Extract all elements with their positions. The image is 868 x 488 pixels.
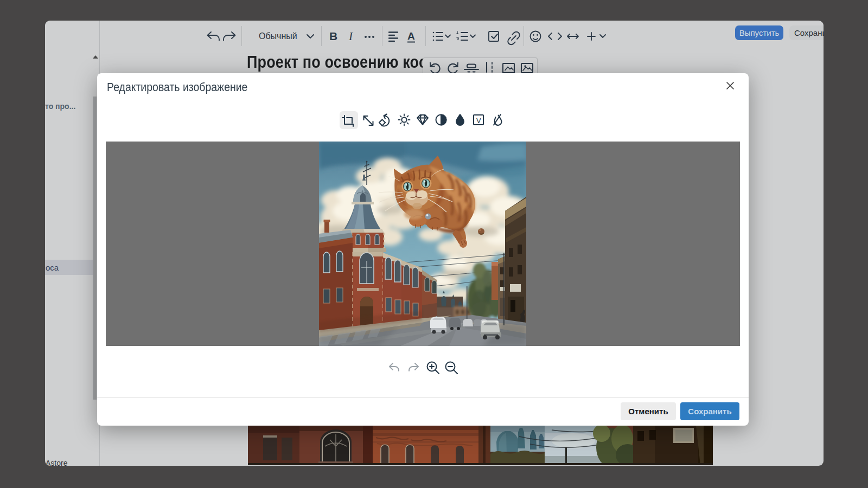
svg-text:A: A — [407, 30, 415, 42]
svg-text:V: V — [476, 117, 481, 125]
svg-text:B: B — [329, 30, 337, 42]
svg-text:Обычный: Обычный — [259, 31, 297, 41]
svg-text:I: I — [348, 30, 353, 43]
